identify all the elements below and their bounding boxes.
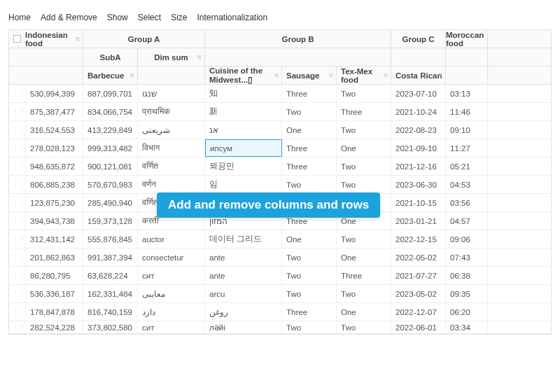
table-row[interactable]: ⋮⋮530,994,399887,099,701שנגו知ThreeTwo202… [9, 85, 551, 103]
cell-barbecue[interactable]: 162,331,484 [83, 285, 138, 302]
menu-i18n[interactable]: Internationalization [197, 13, 267, 22]
cell-tex-mex[interactable]: One [337, 248, 391, 266]
row-drag-checkbox[interactable]: ⋮⋮ [9, 194, 26, 211]
cell-tex-mex[interactable]: One [337, 303, 391, 321]
cell-moroccan[interactable]: 11:46 [446, 103, 488, 120]
table-row[interactable]: ⋮⋮86,280,79563,628,224cитanteTwoThree202… [9, 267, 551, 285]
cell-moroccan[interactable]: 09:35 [446, 285, 488, 302]
col-cuisine-midwest[interactable]: Cuisine of the Midwest...▯≡ [205, 66, 282, 84]
row-drag-checkbox[interactable]: ⋮⋮ [9, 158, 26, 175]
cell-dim-sum[interactable]: معایبی [138, 285, 205, 302]
cell-costa-rican[interactable]: 2021-07-27 [391, 267, 446, 284]
cell-sausage[interactable]: Two [282, 103, 337, 120]
menu-add-remove[interactable]: Add & Remove [41, 13, 97, 22]
col-menu-icon[interactable]: ≡ [438, 71, 442, 79]
cell-indonesian[interactable]: 278,028,123 [26, 139, 83, 157]
col-menu-icon[interactable]: ≡ [76, 35, 80, 43]
cell-tex-mex[interactable]: Two [337, 158, 391, 175]
cell-indonesian[interactable]: 530,994,399 [26, 85, 83, 102]
cell-sausage[interactable]: Three [282, 85, 337, 102]
cell-dim-sum[interactable]: auctor [138, 230, 205, 248]
cell-indonesian[interactable]: 86,280,795 [26, 267, 83, 284]
row-drag-checkbox[interactable]: ⋮⋮ [9, 121, 26, 139]
col-costa-rican[interactable]: Costa Rican≡ [391, 66, 446, 84]
cell-moroccan[interactable]: 07:43 [446, 248, 488, 266]
cell-moroccan[interactable]: 06:20 [446, 303, 488, 321]
cell-cuisine-midwest[interactable]: arcu [205, 285, 282, 302]
cell-dim-sum[interactable]: cит [138, 267, 205, 284]
cell-moroccan[interactable]: 03:13 [446, 85, 488, 102]
cell-dim-sum[interactable]: प्राथमिक [138, 103, 205, 120]
cell-tex-mex[interactable]: Two [337, 230, 391, 248]
cell-barbecue[interactable]: 991,387,394 [83, 248, 138, 266]
row-drag-checkbox[interactable]: ⋮⋮ [9, 285, 26, 302]
drag-handle-icon[interactable]: ⋮⋮ [12, 235, 26, 243]
table-row[interactable]: ⋮⋮282,524,228373,802,580cитләйіTwoTwo202… [9, 321, 551, 334]
table-row[interactable]: ⋮⋮201,862,863991,387,394consecteturanteT… [9, 248, 551, 267]
cell-dim-sum[interactable]: دارد [138, 303, 205, 321]
col-moroccan[interactable]: Moroccan food [446, 30, 488, 48]
cell-indonesian[interactable]: 806,885,238 [26, 176, 83, 193]
group-a-header[interactable]: Group A [83, 30, 205, 48]
cell-indonesian[interactable]: 948,635,872 [26, 158, 83, 175]
table-row[interactable]: ⋮⋮312,431,142555,876,845auctor데이터 그리드One… [9, 230, 551, 248]
cell-costa-rican[interactable]: 2021-12-16 [391, 158, 446, 175]
cell-costa-rican[interactable]: 2021-09-10 [391, 139, 446, 157]
drag-handle-icon[interactable]: ⋮⋮ [12, 199, 26, 206]
cell-indonesian[interactable]: 123,875,230 [26, 194, 83, 211]
cell-sausage[interactable]: Three [282, 139, 337, 157]
cell-barbecue[interactable]: 834,066,754 [83, 103, 138, 120]
col-tex-mex[interactable]: Tex-Mex food≡ [337, 66, 391, 84]
cell-barbecue[interactable]: 555,876,845 [83, 230, 138, 248]
cell-cuisine-midwest[interactable]: روغن [205, 303, 282, 321]
menu-show[interactable]: Show [107, 13, 128, 22]
sub-a-header[interactable]: SubA [83, 48, 138, 66]
drag-handle-icon[interactable]: ⋮⋮ [12, 253, 26, 261]
drag-handle-icon[interactable]: ⋮⋮ [12, 90, 26, 97]
menu-size[interactable]: Size [171, 13, 187, 22]
menu-select[interactable]: Select [138, 13, 161, 22]
row-drag-checkbox[interactable]: ⋮⋮ [9, 103, 26, 120]
row-drag-checkbox[interactable]: ⋮⋮ [9, 212, 26, 230]
row-drag-checkbox[interactable]: ⋮⋮ [9, 230, 26, 248]
group-c-header[interactable]: Group C [391, 30, 446, 48]
cell-dim-sum[interactable]: شریعتی [138, 121, 205, 139]
select-all-checkbox[interactable] [13, 35, 21, 43]
cell-costa-rican[interactable]: 2022-06-01 [391, 321, 446, 333]
drag-handle-icon[interactable]: ⋮⋮ [12, 290, 26, 298]
cell-barbecue[interactable]: 159,373,128 [83, 212, 138, 230]
col-indonesian[interactable]: Indonesian food ≡ [9, 30, 83, 48]
cell-moroccan[interactable]: 09:06 [446, 230, 488, 248]
cell-sausage[interactable]: Three [282, 303, 337, 321]
cell-barbecue[interactable]: 999,313,482 [83, 139, 138, 157]
cell-moroccan[interactable]: 06:38 [446, 267, 488, 284]
table-row[interactable]: ⋮⋮806,885,238570,670,983वर्णन임TwoTwo2023… [9, 176, 551, 194]
group-b-header[interactable]: Group B [205, 30, 391, 48]
cell-indonesian[interactable]: 178,847,878 [26, 303, 83, 321]
drag-handle-icon[interactable]: ⋮⋮ [12, 272, 26, 279]
cell-moroccan[interactable]: 03:34 [446, 321, 488, 333]
table-row[interactable]: ⋮⋮948,635,872900,121,081वर्णित뫼끙민ThreeTw… [9, 158, 551, 176]
row-drag-checkbox[interactable]: ⋮⋮ [9, 267, 26, 284]
cell-dim-sum[interactable]: שנגו [138, 85, 205, 102]
cell-indonesian[interactable]: 316,524,553 [26, 121, 83, 139]
cell-tex-mex[interactable]: Two [337, 285, 391, 302]
col-menu-icon[interactable]: ≡ [329, 71, 333, 79]
cell-barbecue[interactable]: 285,490,940 [83, 194, 138, 211]
cell-indonesian[interactable]: 312,431,142 [26, 230, 83, 248]
table-row[interactable]: ⋮⋮278,028,123999,313,482विभागипсумThreeO… [9, 139, 551, 158]
table-row[interactable]: ⋮⋮875,387,477834,066,754प्राथमिक新TwoThre… [9, 103, 551, 121]
cell-tex-mex[interactable]: Two [337, 85, 391, 102]
cell-costa-rican[interactable]: 2022-05-02 [391, 248, 446, 266]
col-menu-icon[interactable]: ≡ [274, 71, 279, 79]
drag-handle-icon[interactable]: ⋮⋮ [12, 323, 26, 331]
drag-handle-icon[interactable]: ⋮⋮ [12, 181, 26, 188]
cell-indonesian[interactable]: 536,336,187 [26, 285, 83, 302]
cell-barbecue[interactable]: 63,628,224 [83, 267, 138, 284]
cell-costa-rican[interactable]: 2022-12-15 [391, 230, 446, 248]
cell-tex-mex[interactable]: One [337, 139, 391, 157]
cell-costa-rican[interactable]: 2022-12-07 [391, 303, 446, 321]
cell-cuisine-midwest[interactable]: ипсум [205, 139, 282, 157]
cell-indonesian[interactable]: 282,524,228 [26, 321, 83, 333]
cell-cuisine-midwest[interactable]: ante [205, 267, 282, 284]
